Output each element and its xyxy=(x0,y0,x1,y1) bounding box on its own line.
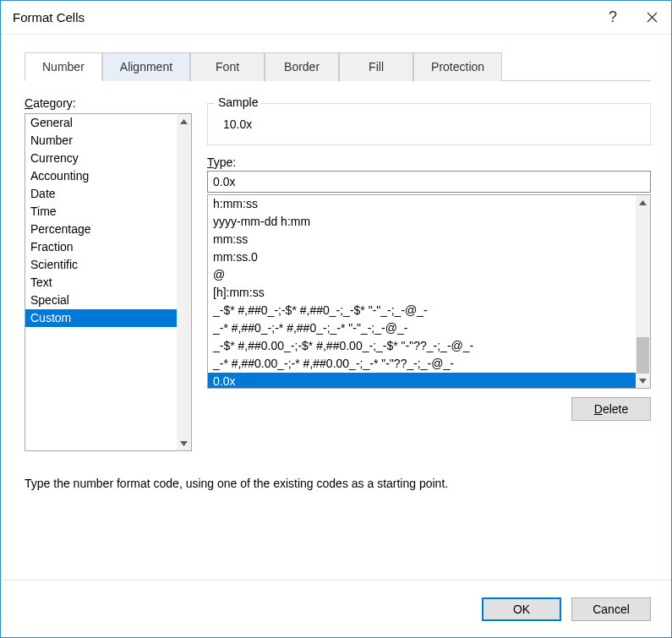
cancel-button[interactable]: Cancel xyxy=(571,597,651,621)
close-icon xyxy=(647,12,658,23)
tab-font[interactable]: Font xyxy=(190,52,265,81)
format-code-item[interactable]: _-$* #,##0_-;-$* #,##0_-;_-$* "-"_-;_-@_… xyxy=(208,302,636,319)
tab-number[interactable]: Number xyxy=(25,52,102,81)
tab-protection[interactable]: Protection xyxy=(413,52,502,81)
category-label: Category: xyxy=(25,96,192,110)
category-item[interactable]: Number xyxy=(25,132,177,150)
tab-border[interactable]: Border xyxy=(265,52,339,81)
category-item[interactable]: Custom xyxy=(25,309,177,327)
scroll-down-icon[interactable] xyxy=(636,374,650,388)
dialog-content: Number Alignment Font Border Fill Protec… xyxy=(1,35,671,580)
dialog-title: Format Cells xyxy=(13,10,593,25)
category-item[interactable]: Currency xyxy=(25,150,177,167)
format-scrollbar[interactable] xyxy=(636,195,650,388)
sample-group: Sample 10.0x xyxy=(207,103,651,145)
category-item[interactable]: Percentage xyxy=(25,221,177,238)
tab-alignment[interactable]: Alignment xyxy=(102,52,190,81)
close-button[interactable] xyxy=(632,1,671,35)
hint-text: Type the number format code, using one o… xyxy=(25,477,651,490)
format-code-item[interactable]: _-* #,##0.00_-;-* #,##0.00_-;_-* "-"??_-… xyxy=(208,355,636,373)
tab-bar: Number Alignment Font Border Fill Protec… xyxy=(25,52,651,81)
format-code-item[interactable]: _-* #,##0_-;-* #,##0_-;_-* "-"_-;_-@_- xyxy=(208,319,636,337)
dialog-footer: OK Cancel xyxy=(1,580,671,637)
sample-label: Sample xyxy=(215,95,261,109)
sample-value: 10.0x xyxy=(218,112,640,133)
format-code-item[interactable]: mm:ss xyxy=(208,231,636,248)
category-item[interactable]: Accounting xyxy=(25,167,177,185)
help-button[interactable]: ? xyxy=(593,1,632,35)
category-listbox[interactable]: GeneralNumberCurrencyAccountingDateTimeP… xyxy=(25,113,192,451)
category-item[interactable]: Time xyxy=(25,203,177,221)
format-code-item[interactable]: h:mm:ss xyxy=(208,195,636,213)
scroll-down-icon[interactable] xyxy=(177,436,191,450)
format-code-item[interactable]: 0.0x xyxy=(208,373,636,388)
category-item[interactable]: Fraction xyxy=(25,238,177,256)
format-code-item[interactable]: @ xyxy=(208,266,636,284)
help-icon: ? xyxy=(609,8,617,26)
category-item[interactable]: Special xyxy=(25,292,177,309)
category-item[interactable]: General xyxy=(25,114,177,132)
scroll-up-icon[interactable] xyxy=(177,114,191,128)
category-item[interactable]: Date xyxy=(25,185,177,203)
type-input[interactable] xyxy=(207,171,651,193)
format-cells-dialog: Format Cells ? Number Alignment Font Bor… xyxy=(0,0,672,638)
category-scrollbar[interactable] xyxy=(177,114,191,450)
format-codes-listbox[interactable]: h:mm:ssyyyy-mm-dd h:mmmm:ssmm:ss.0@[h]:m… xyxy=(207,194,651,389)
format-code-item[interactable]: yyyy-mm-dd h:mm xyxy=(208,213,636,231)
scroll-up-icon[interactable] xyxy=(636,195,650,210)
ok-button[interactable]: OK xyxy=(482,597,561,621)
format-code-item[interactable]: [h]:mm:ss xyxy=(208,284,636,302)
number-tab-panel: Category: GeneralNumberCurrencyAccountin… xyxy=(25,81,651,580)
titlebar: Format Cells ? xyxy=(1,1,671,35)
format-code-item[interactable]: mm:ss.0 xyxy=(208,248,636,266)
category-item[interactable]: Text xyxy=(25,274,177,292)
delete-button[interactable]: Delete xyxy=(571,397,651,421)
tab-fill[interactable]: Fill xyxy=(339,52,413,81)
category-item[interactable]: Scientific xyxy=(25,256,177,274)
format-code-item[interactable]: _-$* #,##0.00_-;-$* #,##0.00_-;_-$* "-"?… xyxy=(208,337,636,355)
type-label: Type: xyxy=(207,155,651,169)
